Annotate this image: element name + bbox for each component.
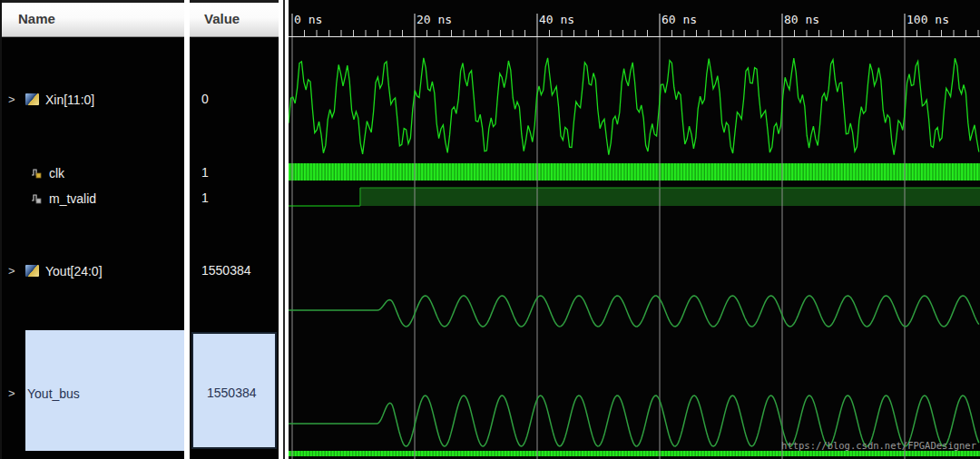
expand-chevron-icon[interactable]: > [8, 386, 15, 402]
splitter-groove [283, 0, 285, 459]
value-panel: 0 1 1 1550384 1550384 [190, 0, 279, 459]
ruler-tick-label: 60 ns [662, 13, 697, 26]
ruler-tick-label: 100 ns [906, 13, 949, 26]
signal-value[interactable]: 1 [201, 189, 209, 209]
scalar-signal-icon [30, 166, 42, 179]
signal-name[interactable]: clk [49, 165, 64, 181]
name-panel: > Xin[11:0] clk m_tvalid > Yout[24:0] > … [2, 0, 184, 459]
signal-row-yout-bus[interactable]: > Yout_bus [2, 384, 184, 404]
signal-name[interactable]: m_tvalid [49, 190, 96, 207]
expand-chevron-icon[interactable]: > [8, 92, 15, 108]
signal-row-clk[interactable]: clk [2, 163, 184, 183]
watermark-text: https://blog.csdn.net/FPGADesigner [781, 440, 976, 451]
signal-value[interactable]: 0 [201, 90, 209, 110]
signal-row-yout[interactable]: > Yout[24:0] [2, 261, 184, 281]
scalar-signal-icon [30, 191, 42, 204]
ruler-tick-label: 40 ns [539, 13, 574, 26]
ruler-tick-label: 80 ns [784, 13, 819, 26]
waveform-plot[interactable] [289, 0, 980, 459]
value-column-header: Value [190, 0, 279, 37]
signal-name[interactable]: Yout[24:0] [45, 263, 103, 279]
bus-signal-icon [25, 265, 39, 277]
ruler-tick-label: 0 ns [294, 13, 322, 26]
waveform-canvas[interactable]: 0 ns 20 ns 40 ns 60 ns 80 ns 100 ns http… [289, 0, 980, 459]
ruler-tick-label: 20 ns [416, 13, 452, 26]
signal-value[interactable]: 1550384 [201, 261, 251, 281]
signal-name[interactable]: Xin[11:0] [45, 92, 94, 108]
name-column-header: Name [2, 0, 184, 37]
signal-row-xin[interactable]: > Xin[11:0] [2, 90, 184, 110]
signal-value[interactable]: 1 [201, 163, 209, 183]
bus-signal-icon [25, 93, 39, 105]
signal-row-mtvalid[interactable]: m_tvalid [2, 189, 184, 209]
signal-name[interactable]: Yout_bus [27, 386, 80, 402]
signal-value[interactable]: 1550384 [207, 384, 257, 404]
expand-chevron-icon[interactable]: > [8, 263, 15, 279]
